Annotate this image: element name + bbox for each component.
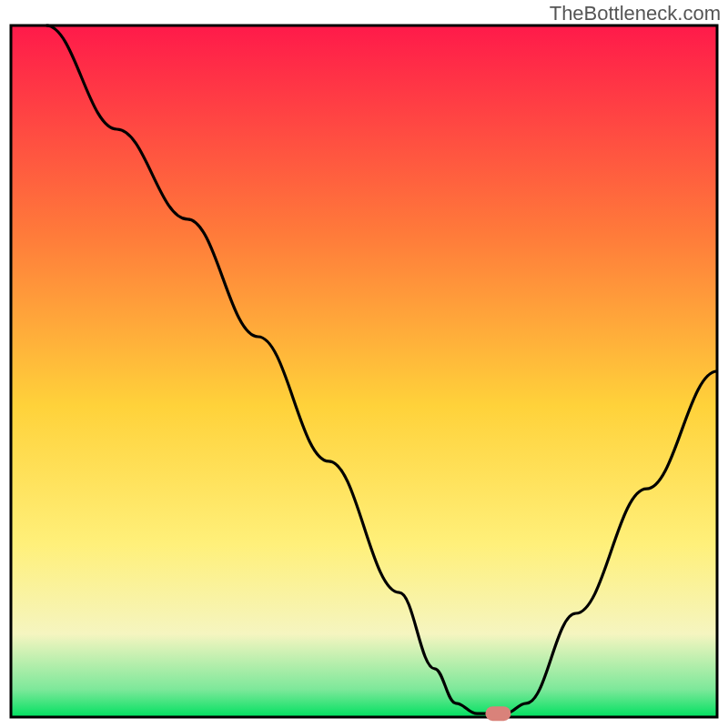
optimal-marker bbox=[485, 706, 511, 721]
chart-svg bbox=[0, 0, 728, 728]
bottleneck-chart: TheBottleneck.com bbox=[0, 0, 728, 728]
watermark-text: TheBottleneck.com bbox=[550, 2, 721, 25]
